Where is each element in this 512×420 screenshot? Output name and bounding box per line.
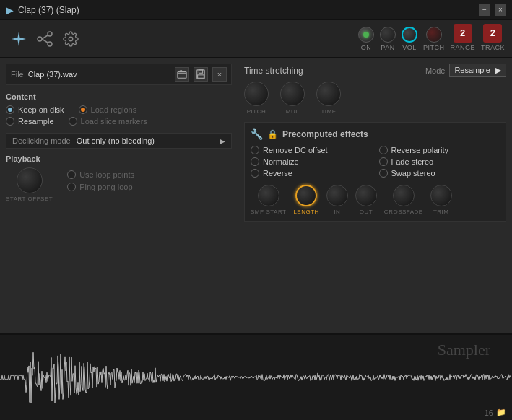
swap-stereo-radio[interactable]	[379, 169, 388, 178]
main-area: File Clap (37).wav × Content	[0, 58, 512, 333]
length-group: LENGTH	[293, 185, 318, 215]
ts-knobs: PITCH MUL TIME	[244, 82, 506, 115]
content-section: Content Keep on disk Load regions Resamp…	[6, 92, 232, 126]
resample-label: Resample	[18, 117, 54, 126]
trim-group: TRIM	[430, 185, 452, 215]
left-panel: File Clap (37).wav × Content	[0, 58, 238, 333]
on-label: ON	[361, 44, 372, 51]
load-regions-label: Load regions	[91, 105, 137, 114]
open-folder-button[interactable]	[175, 67, 189, 82]
ts-mode-row: Mode Resample ▶	[425, 64, 506, 77]
declicking-row[interactable]: Declicking mode Out only (no bleeding) ▶	[6, 133, 232, 149]
close-button[interactable]: ×	[495, 4, 506, 16]
out-group: OUT	[355, 185, 377, 215]
pan-knob[interactable]	[380, 27, 396, 43]
trim-knob[interactable]	[430, 185, 452, 206]
ping-pong-radio[interactable]	[67, 183, 76, 191]
reverse-polarity-label: Reverse polarity	[391, 146, 448, 154]
pitch-label: PITCH	[423, 44, 445, 51]
sparkle-icon[interactable]	[7, 27, 30, 51]
svg-line-3	[42, 35, 48, 39]
ts-mode-dropdown[interactable]: Resample ▶	[449, 64, 506, 77]
ts-mul-knob[interactable]	[280, 82, 305, 106]
reverse-polarity-option[interactable]: Reverse polarity	[379, 146, 500, 154]
in-knob[interactable]	[326, 185, 348, 206]
ts-mul-group: MUL	[280, 82, 305, 115]
track-control[interactable]: 2 TRACK	[481, 24, 505, 51]
remove-dc-offset-option[interactable]: Remove DC offset	[251, 146, 372, 154]
ping-pong-label: Ping pong loop	[79, 183, 132, 191]
fade-stereo-radio[interactable]	[379, 157, 388, 166]
resample-option[interactable]: Resample	[6, 117, 54, 126]
start-offset-label: START OFFSET	[6, 196, 53, 202]
range-badge[interactable]: 2	[454, 24, 472, 43]
ts-time-label: TIME	[321, 108, 336, 115]
vol-label: VOL	[402, 44, 417, 51]
pitch-control[interactable]: PITCH	[423, 27, 445, 51]
out-knob[interactable]	[355, 185, 377, 206]
svg-rect-9	[198, 75, 204, 78]
keep-on-disk-radio[interactable]	[6, 105, 14, 114]
effects-grid: Remove DC offset Reverse polarity Normal…	[251, 146, 500, 178]
ts-mode-value-text: Resample	[454, 66, 490, 74]
settings-icon[interactable]	[59, 27, 82, 51]
crossfade-label: CROSSFADE	[384, 209, 423, 215]
resample-radio[interactable]	[6, 117, 14, 126]
start-offset-group: START OFFSET	[6, 167, 53, 202]
on-knob[interactable]	[358, 27, 374, 43]
ts-pitch-knob[interactable]	[244, 82, 269, 106]
svg-point-5	[69, 37, 73, 41]
content-title: Content	[6, 92, 232, 101]
normalize-option[interactable]: Normalize	[251, 157, 372, 166]
remove-dc-offset-radio[interactable]	[251, 146, 259, 154]
node-icon[interactable]	[33, 27, 56, 51]
use-loop-points-radio[interactable]	[67, 170, 76, 179]
on-control[interactable]: ON	[358, 27, 374, 51]
ts-mode-arrow-icon: ▶	[495, 66, 501, 74]
start-offset-knob[interactable]	[17, 167, 43, 193]
sample-knobs-row: SMP START LENGTH IN OUT CROSSFADE	[251, 185, 500, 215]
svg-point-2	[48, 42, 52, 46]
loop-options: Use loop points Ping pong loop	[67, 170, 134, 191]
out-label: OUT	[360, 209, 373, 215]
crossfade-knob[interactable]	[393, 185, 415, 206]
range-label: RANGE	[450, 44, 475, 51]
app-label: Sampler	[438, 341, 490, 359]
track-badge[interactable]: 2	[483, 24, 502, 43]
save-button[interactable]	[194, 67, 208, 82]
pitch-knob[interactable]	[426, 27, 442, 43]
range-control[interactable]: 2 RANGE	[450, 24, 475, 51]
file-name: Clap (37).wav	[28, 70, 170, 79]
ts-mode-label: Mode	[425, 66, 446, 75]
normalize-radio[interactable]	[251, 157, 259, 166]
keep-on-disk-label: Keep on disk	[18, 105, 64, 114]
pan-control[interactable]: PAN	[380, 27, 396, 51]
close-file-button[interactable]: ×	[212, 67, 227, 82]
length-knob[interactable]	[295, 185, 317, 206]
vol-control[interactable]: VOL	[402, 27, 417, 51]
folder-icon: 📁	[496, 408, 506, 417]
keep-on-disk-option[interactable]: Keep on disk	[6, 105, 64, 114]
fade-stereo-option[interactable]: Fade stereo	[379, 157, 500, 166]
load-slice-radio[interactable]	[69, 117, 77, 126]
load-regions-option[interactable]: Load regions	[79, 105, 137, 114]
ping-pong-option[interactable]: Ping pong loop	[67, 183, 134, 191]
toolbar: ON PAN VOL PITCH 2 RANGE 2 TRACK	[0, 20, 512, 58]
use-loop-points-option[interactable]: Use loop points	[67, 170, 134, 179]
ts-time-knob[interactable]	[316, 82, 341, 106]
svg-point-1	[48, 32, 52, 36]
fade-stereo-label: Fade stereo	[391, 157, 434, 166]
trim-label: TRIM	[433, 209, 449, 215]
title-bar: ▶ Clap (37) (Slap) − ×	[0, 0, 512, 20]
reverse-radio[interactable]	[251, 169, 259, 178]
waveform-footer: 16 📁	[485, 408, 506, 417]
reverse-polarity-radio[interactable]	[379, 146, 388, 154]
swap-stereo-option[interactable]: Swap stereo	[379, 169, 500, 178]
vol-knob[interactable]	[402, 27, 417, 43]
minimize-button[interactable]: −	[479, 4, 490, 16]
svg-line-4	[42, 39, 48, 43]
ts-header: Time stretching Mode Resample ▶	[244, 64, 506, 77]
reverse-option[interactable]: Reverse	[251, 169, 372, 178]
load-regions-radio[interactable]	[79, 105, 87, 114]
smp-start-knob[interactable]	[258, 185, 279, 206]
